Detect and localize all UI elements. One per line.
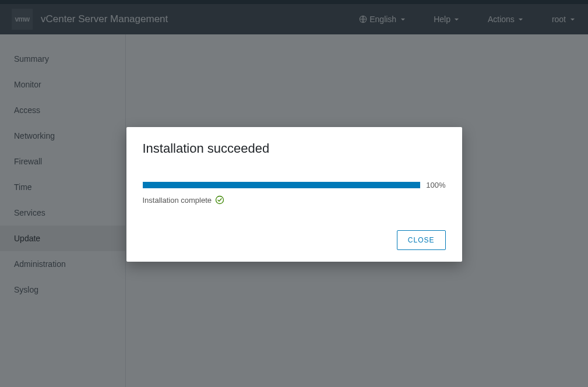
app-window: vmw vCenter Server Management English He… xyxy=(0,0,588,387)
status-text: Installation complete xyxy=(143,196,212,205)
installation-modal: Installation succeeded 100% Installation… xyxy=(126,127,462,262)
status-row: Installation complete xyxy=(143,195,446,205)
progress-fill xyxy=(143,182,421,188)
svg-point-1 xyxy=(216,196,224,204)
modal-actions: CLOSE xyxy=(143,230,446,250)
modal-title: Installation succeeded xyxy=(143,141,446,156)
modal-overlay: Installation succeeded 100% Installation… xyxy=(0,0,588,387)
close-button[interactable]: CLOSE xyxy=(397,230,446,250)
progress-row: 100% xyxy=(143,181,446,189)
progress-bar xyxy=(143,182,421,188)
check-circle-icon xyxy=(215,195,224,205)
progress-percentage: 100% xyxy=(426,181,445,189)
